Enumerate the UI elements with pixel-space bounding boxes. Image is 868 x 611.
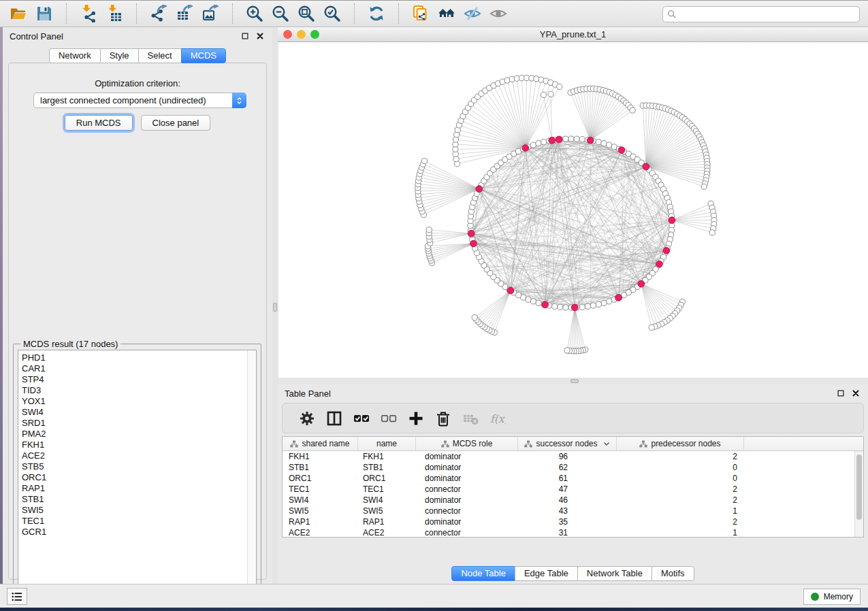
import-network-button[interactable]	[76, 3, 101, 24]
mcds-result-item[interactable]: SWI4	[22, 407, 256, 418]
cell-mcds-role[interactable]: dominator	[416, 516, 518, 527]
ring-node[interactable]	[590, 303, 596, 308]
ring-node[interactable]	[530, 142, 536, 148]
cell-name[interactable]: TEC1	[358, 484, 416, 495]
zoom-out-button[interactable]	[268, 3, 293, 24]
export-network-button[interactable]	[146, 3, 172, 24]
cell-mcds-role[interactable]: dominator	[416, 451, 518, 462]
cell-filler[interactable]	[744, 495, 863, 506]
show-all-button[interactable]	[485, 3, 511, 24]
mcds-hub-node[interactable]	[522, 145, 529, 152]
table-tab-network-table[interactable]: Network Table	[577, 566, 652, 581]
mcds-hub-node[interactable]	[571, 304, 578, 311]
table-tab-motifs[interactable]: Motifs	[652, 566, 694, 581]
cell-shared-name[interactable]: SWI4	[283, 495, 358, 506]
cell-successor-nodes[interactable]: 35	[518, 516, 617, 527]
mcds-result-item[interactable]: SRD1	[22, 418, 256, 429]
ring-node[interactable]	[574, 136, 579, 142]
table-row-RAP1[interactable]: RAP1RAP1dominator352	[283, 516, 863, 527]
run-mcds-button[interactable]: Run MCDS	[65, 115, 133, 131]
zoom-fit-button[interactable]	[293, 3, 319, 24]
cell-filler[interactable]	[744, 473, 863, 484]
mcds-result-item[interactable]: ACE2	[22, 450, 256, 461]
ring-node[interactable]	[607, 142, 612, 148]
zoom-selected-button[interactable]	[319, 3, 345, 24]
vertical-splitter[interactable]	[272, 27, 278, 584]
mcds-hub-node[interactable]	[468, 230, 475, 237]
cell-mcds-role[interactable]: dominator	[416, 462, 518, 473]
ring-node[interactable]	[601, 300, 607, 306]
import-table-button[interactable]	[101, 3, 127, 24]
table-row-ORC1[interactable]: ORC1ORC1dominator610	[283, 473, 863, 484]
mcds-hub-node[interactable]	[476, 186, 483, 193]
mcds-hub-node[interactable]	[470, 240, 477, 247]
save-session-button[interactable]	[31, 3, 57, 24]
close-panel-icon[interactable]	[255, 31, 266, 42]
cell-successor-nodes[interactable]: 47	[518, 484, 617, 495]
mcds-result-item[interactable]: PMA2	[22, 429, 256, 440]
cell-predecessor-nodes[interactable]: 0	[617, 473, 744, 484]
close-window-icon[interactable]	[283, 30, 292, 39]
show-columns-button[interactable]	[322, 407, 347, 430]
mcds-hub-node[interactable]	[643, 163, 649, 170]
mcds-result-item[interactable]: PHD1	[22, 352, 256, 363]
new-network-from-selection-button[interactable]	[408, 3, 434, 24]
tab-mcds[interactable]: MCDS	[181, 48, 226, 63]
cell-predecessor-nodes[interactable]: 1	[617, 527, 744, 538]
tab-select[interactable]: Select	[138, 48, 182, 63]
mcds-result-list[interactable]: PHD1CAR1STP4TID3YOX1SWI4SRD1PMA2FKH1ACE2…	[18, 350, 257, 592]
mcds-hub-node[interactable]	[638, 280, 645, 287]
table-tab-node-table[interactable]: Node Table	[451, 566, 515, 581]
mcds-result-item[interactable]: STB1	[22, 494, 256, 505]
leaf-node[interactable]	[630, 108, 635, 113]
cell-predecessor-nodes[interactable]: 2	[617, 495, 744, 506]
maximize-window-icon[interactable]	[310, 30, 319, 39]
mcds-hub-node[interactable]	[656, 261, 663, 267]
mcds-hub-node[interactable]	[587, 137, 594, 144]
cell-predecessor-nodes[interactable]: 1	[617, 506, 744, 516]
ring-node[interactable]	[585, 303, 590, 309]
cell-shared-name[interactable]: STB1	[283, 462, 358, 473]
cell-filler[interactable]	[744, 506, 863, 516]
network-canvas[interactable]	[278, 42, 868, 378]
mcds-hub-node[interactable]	[542, 301, 549, 308]
minimize-window-icon[interactable]	[297, 30, 306, 39]
cell-name[interactable]: ACE2	[358, 527, 416, 538]
mcds-result-item[interactable]: GCR1	[22, 527, 256, 538]
mcds-result-item[interactable]: YOX1	[22, 396, 256, 407]
mcds-hub-node[interactable]	[556, 136, 562, 143]
cell-predecessor-nodes[interactable]: 0	[617, 462, 744, 473]
table-row-TEC1[interactable]: TEC1TEC1connector472	[283, 484, 863, 495]
cell-filler[interactable]	[744, 462, 863, 473]
table-row-ACE2[interactable]: ACE2ACE2connector311	[283, 527, 863, 538]
hide-selected-button[interactable]	[460, 3, 485, 24]
column-header-shared-name[interactable]: shared name	[283, 437, 358, 450]
mcds-result-item[interactable]: FKH1	[22, 440, 256, 450]
leaf-node[interactable]	[541, 92, 546, 97]
cell-mcds-role[interactable]: connector	[416, 484, 518, 495]
cell-name[interactable]: STB1	[358, 462, 416, 473]
leaf-node[interactable]	[426, 227, 432, 233]
splitter-handle[interactable]	[570, 379, 579, 383]
cell-predecessor-nodes[interactable]: 2	[617, 451, 744, 462]
first-neighbors-button[interactable]	[434, 3, 460, 24]
cell-mcds-role[interactable]: connector	[416, 527, 518, 538]
memory-button[interactable]: Memory	[803, 589, 861, 605]
mcds-result-item[interactable]: CAR1	[22, 363, 256, 374]
mcds-result-item[interactable]: TEC1	[22, 516, 256, 527]
ring-node[interactable]	[541, 139, 547, 145]
cell-name[interactable]: FKH1	[358, 451, 416, 462]
cell-filler[interactable]	[744, 484, 863, 495]
cell-name[interactable]: SWI5	[358, 506, 416, 516]
ring-node[interactable]	[563, 305, 568, 310]
zoom-in-button[interactable]	[242, 3, 268, 24]
cell-name[interactable]: SWI4	[358, 495, 416, 506]
cell-shared-name[interactable]: SWI5	[283, 506, 358, 516]
create-column-button[interactable]	[404, 407, 428, 430]
cell-predecessor-nodes[interactable]: 2	[617, 484, 744, 495]
mcds-hub-node[interactable]	[663, 248, 670, 254]
tab-network[interactable]: Network	[49, 48, 101, 63]
cell-filler[interactable]	[744, 516, 863, 527]
cell-mcds-role[interactable]: connector	[416, 506, 518, 516]
ring-node[interactable]	[536, 300, 541, 306]
